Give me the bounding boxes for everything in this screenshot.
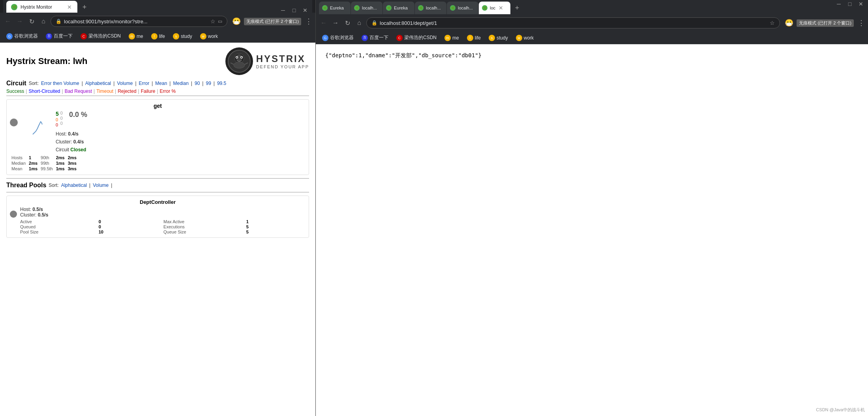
hystrix-logo: HYSTRIX DEFEND YOUR APP [225, 47, 309, 75]
right-star-icon[interactable]: ☆ [770, 20, 775, 26]
right-bm-google-icon: G [322, 35, 328, 41]
right-tab-loc-favicon: 🌿 [482, 5, 487, 11]
p99-right: 3ms [66, 160, 78, 166]
left-browser: 🌿 Hystrix Monitor ✕ + ─ □ ✕ ← → ↻ ⌂ 🔒 lo… [0, 0, 316, 416]
circuit-closed-status: Closed [70, 147, 86, 152]
sort-median[interactable]: Median [173, 81, 188, 86]
circuit-status-info: Circuit Closed [56, 147, 87, 152]
hystrix-stream-title: Hystrix Stream: lwh [6, 56, 87, 66]
left-bm-me[interactable]: m me [126, 32, 146, 40]
left-home-button[interactable]: ⌂ [39, 18, 48, 25]
tp-sort-volume[interactable]: Volume [93, 183, 109, 188]
tp-details: Host: 0.5/s Cluster: 0.5/s Active 0 Max … [20, 207, 306, 234]
left-bookmarks-bar: G 谷歌浏览器 百 百度一下 C 梁伟浩的CSDN m me l life s … [0, 30, 315, 43]
status-success: Success [6, 88, 24, 94]
left-title-bar: 🌿 Hystrix Monitor ✕ + ─ □ ✕ [0, 0, 315, 13]
right-tab-loc-active[interactable]: 🌿 loc ✕ [479, 2, 510, 14]
right-bm-me[interactable]: m me [441, 34, 462, 42]
left-bm-baidu-icon: 百 [46, 33, 52, 40]
left-bm-study-icon: s [173, 33, 179, 40]
sort-mean[interactable]: Mean [155, 81, 167, 86]
left-forward-button[interactable]: → [15, 18, 24, 25]
left-bm-csdn-icon: C [81, 33, 87, 40]
right-menu-button[interactable]: ⋮ [858, 19, 865, 27]
hystrix-logo-image [225, 47, 253, 75]
right-bm-csdn[interactable]: C 梁伟浩的CSDN [393, 34, 440, 42]
right-omnibar[interactable]: 🔒 localhost:8001/dept/get/1 ☆ [366, 17, 780, 28]
left-bm-baidu-label: 百度一下 [54, 33, 73, 40]
right-bm-life-label: life [475, 35, 481, 41]
tp-cluster-rate-value: 0.5/s [38, 212, 49, 218]
left-bm-csdn[interactable]: C 梁伟浩的CSDN [77, 32, 124, 40]
right-tab-local3[interactable]: 🌿 localh... [447, 2, 478, 14]
right-back-button[interactable]: ← [319, 19, 328, 26]
right-bm-work[interactable]: w work [513, 34, 537, 42]
right-bm-study-label: study [497, 35, 508, 41]
sort-error-volume[interactable]: Error then Volume [41, 81, 79, 86]
left-new-tab[interactable]: + [78, 1, 91, 13]
right-home-button[interactable]: ⌂ [354, 19, 364, 26]
sort-90[interactable]: 90 [195, 81, 200, 86]
left-menu-button[interactable]: ⋮ [305, 17, 312, 26]
right-omnibar-bar: ← → ↻ ⌂ 🔒 localhost:8001/dept/get/1 ☆ 😷 … [316, 14, 868, 32]
left-active-tab[interactable]: 🌿 Hystrix Monitor ✕ [6, 1, 77, 13]
right-profile-icon[interactable]: 😷 [785, 19, 793, 27]
status-rejected: Rejected [118, 88, 136, 94]
status-error-pct: Error % [160, 88, 176, 94]
left-bm-life[interactable]: l life [148, 32, 168, 40]
right-bm-life[interactable]: l life [464, 34, 484, 42]
stats-numbers: 5 0 0 0 0 0 [56, 111, 63, 127]
num-rejected: 0 [56, 122, 59, 127]
mean-value: 1ms [27, 166, 39, 171]
left-tab-label: Hystrix Monitor [21, 4, 63, 10]
right-bm-study[interactable]: s study [486, 34, 511, 42]
pool-size-label: Pool Size [20, 230, 96, 234]
sort-volume[interactable]: Volume [117, 81, 133, 86]
circuit-section-header: Circuit Sort: Error then Volume | Alphab… [6, 80, 309, 87]
sort-alphabetical[interactable]: Alphabetical [85, 81, 111, 86]
max-active-value: 1 [246, 219, 306, 224]
right-new-tab[interactable]: + [511, 2, 523, 14]
right-bm-work-label: work [524, 35, 534, 41]
left-tab-close[interactable]: ✕ [66, 4, 73, 10]
right-active-tab-close[interactable]: ✕ [498, 5, 504, 11]
right-refresh-button[interactable]: ↻ [343, 19, 352, 27]
right-bm-baidu[interactable]: 百 百度一下 [358, 34, 392, 42]
right-bm-study-icon: s [489, 35, 495, 41]
right-forward-button[interactable]: → [331, 19, 340, 26]
sort-error[interactable]: Error [139, 81, 150, 86]
tp-sort-alphabetical[interactable]: Alphabetical [61, 183, 87, 188]
left-cast-icon[interactable]: ▭ [218, 19, 222, 24]
left-bm-study[interactable]: s study [170, 32, 195, 40]
left-bm-work[interactable]: w work [197, 32, 221, 40]
left-omnibar[interactable]: 🔒 localhost:9001/hystrix/monitor?stre...… [51, 16, 227, 27]
right-tab-eureka2[interactable]: 🌿 Eureka [383, 2, 414, 14]
right-restore-button[interactable]: □ [846, 1, 854, 7]
right-close-button[interactable]: ✕ [857, 1, 865, 7]
thread-pool-card-dept: DeptController Host: 0.5/s Cluster: 0.5/… [6, 196, 309, 238]
left-bm-baidu[interactable]: 百 百度一下 [43, 32, 76, 40]
active-label: Active [20, 219, 96, 224]
right-tab-local1-label: localh... [362, 6, 377, 10]
right-tab-local1[interactable]: 🌿 localh... [351, 2, 382, 14]
left-back-button[interactable]: ← [3, 18, 13, 25]
left-bm-google[interactable]: G 谷歌浏览器 [3, 32, 41, 40]
left-profile-icon[interactable]: 😷 [232, 17, 241, 26]
sort-99-5[interactable]: 99.5 [217, 81, 226, 86]
right-bm-google[interactable]: G 谷歌浏览器 [319, 34, 357, 42]
right-tab-eureka1[interactable]: 🌿 Eureka [319, 2, 351, 14]
left-star-icon[interactable]: ☆ [210, 18, 216, 24]
host-stats-table: Hosts 1 90th 2ms 2ms Median 2ms 99th 1ms… [10, 155, 306, 171]
right-tab-local2[interactable]: 🌿 localh... [415, 2, 446, 14]
sort-99[interactable]: 99 [206, 81, 211, 86]
circuit-card-body: 5 0 0 0 0 0 0.0 % [10, 111, 306, 152]
right-bookmarks-bar: G 谷歌浏览器 百 百度一下 C 梁伟浩的CSDN m me l life s … [316, 32, 868, 44]
right-minimize-button[interactable]: ─ [835, 1, 843, 7]
cluster-rate-info: Cluster: 0.4/s [56, 139, 87, 145]
pool-size-value: 10 [99, 230, 160, 234]
right-bm-baidu-icon: 百 [362, 35, 368, 41]
p99-5-value: 1ms [54, 166, 66, 171]
num-error2: 0 [60, 116, 63, 120]
left-refresh-button[interactable]: ↻ [27, 18, 36, 25]
median-value: 2ms [27, 160, 39, 166]
